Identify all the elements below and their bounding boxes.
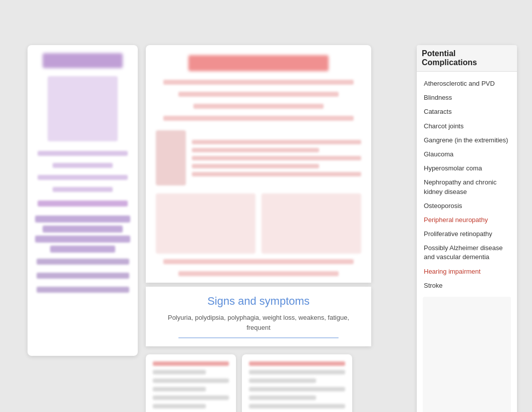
- card-left-line-1: [38, 151, 128, 156]
- middle-right-line-4: [192, 164, 319, 168]
- lower-cards-row: [146, 354, 371, 412]
- signs-underline: [178, 337, 339, 338]
- potential-complications-panel: Potential Complications Atherosclerotic …: [417, 45, 517, 412]
- complication-item-stroke: Stroke: [423, 279, 511, 293]
- middle-line-1: [163, 80, 354, 85]
- lower-card-2: [242, 354, 352, 412]
- card-left: [28, 45, 138, 356]
- lower-card-2-line-5: [249, 395, 316, 400]
- lower-card-1-line-1: [153, 361, 229, 366]
- middle-line-3: [193, 104, 324, 109]
- complication-item-nephropathy: Nephropathy and chronic kidney disease: [423, 175, 511, 198]
- card-left-section-1: [38, 200, 128, 207]
- card-left-item-4: [50, 246, 115, 253]
- complication-item-blindness: Blindness: [423, 91, 511, 105]
- complication-item-osteoporosis: Osteoporosis: [423, 199, 511, 213]
- lower-card-1-line-5: [153, 395, 229, 400]
- middle-content-block-2: [261, 193, 361, 254]
- complication-item-charcot: Charcot joints: [423, 119, 511, 133]
- lower-card-2-line-3: [249, 378, 316, 383]
- middle-lines-right: [192, 130, 361, 185]
- card-left-line-2: [53, 163, 113, 168]
- complication-item-peripheral: Peripheral neuropathy: [423, 213, 511, 227]
- lower-card-2-line-2: [249, 370, 345, 374]
- card-left-line-3: [38, 175, 128, 180]
- lower-card-2-line-6: [249, 404, 345, 408]
- card-left-image: [48, 76, 118, 141]
- card-left-line-4: [53, 187, 113, 192]
- lower-card-2-line-4: [249, 387, 345, 391]
- card-middle-top: [146, 45, 371, 283]
- lower-card-1-line-6: [153, 404, 206, 408]
- lower-card-1-line-4: [153, 387, 206, 391]
- card-left-subtitle-2: [37, 273, 129, 279]
- middle-right-line-5: [192, 172, 361, 176]
- complication-item-atherosclerotic: Atherosclerotic and PVD: [423, 77, 511, 91]
- complication-item-hyperosmolar: Hyperosmolar coma: [423, 161, 511, 175]
- middle-line-6: [178, 271, 339, 276]
- lower-card-2-line-1: [249, 361, 345, 366]
- card-left-item-2: [43, 226, 123, 233]
- lower-card-1-line-2: [153, 370, 206, 374]
- middle-content-block-1: [156, 193, 255, 254]
- middle-line-2: [178, 92, 339, 97]
- complications-panel-bottom: [423, 297, 511, 412]
- card-left-title-blur: [43, 53, 123, 68]
- middle-content-row-1: [156, 130, 361, 185]
- main-container: Signs and symptoms Polyuria, polydipsia,…: [0, 0, 532, 412]
- complication-item-glaucoma: Glaucoma: [423, 147, 511, 161]
- middle-right-line-3: [192, 156, 361, 160]
- complications-list: Atherosclerotic and PVDBlindnessCataract…: [423, 77, 511, 293]
- middle-line-4: [163, 116, 354, 121]
- middle-line-5: [163, 259, 354, 264]
- card-left-item-3: [35, 236, 130, 243]
- card-left-items: [36, 216, 130, 253]
- middle-content-row-2: [156, 193, 361, 254]
- middle-column: Signs and symptoms Polyuria, polydipsia,…: [146, 45, 371, 412]
- signs-symptoms-card: Signs and symptoms Polyuria, polydipsia,…: [146, 287, 371, 346]
- complication-item-gangrene: Gangrene (in the extremities): [423, 133, 511, 147]
- complication-item-cataracts: Cataracts: [423, 105, 511, 119]
- signs-title: Signs and symptoms: [207, 295, 310, 308]
- middle-right-line-1: [192, 140, 361, 144]
- lower-card-1: [146, 354, 236, 412]
- middle-title-blur: [188, 55, 329, 71]
- complication-item-alzheimer: Possibly Alzheimer disease and vascular …: [423, 241, 511, 264]
- card-left-subtitle-1: [37, 259, 129, 265]
- complications-header: Potential Complications: [417, 45, 517, 72]
- lower-card-1-line-3: [153, 378, 229, 383]
- card-left-subtitle-3: [37, 287, 129, 293]
- card-left-item-1: [35, 216, 130, 223]
- complication-item-proliferative: Proliferative retinopathy: [423, 227, 511, 241]
- middle-icon-block: [156, 130, 186, 185]
- signs-text: Polyuria, polydipsia, polyphagia, weight…: [156, 313, 361, 332]
- middle-right-line-2: [192, 148, 319, 152]
- complication-item-hearing: Hearing impairment: [423, 265, 511, 279]
- complications-title: Potential Complications: [422, 49, 477, 67]
